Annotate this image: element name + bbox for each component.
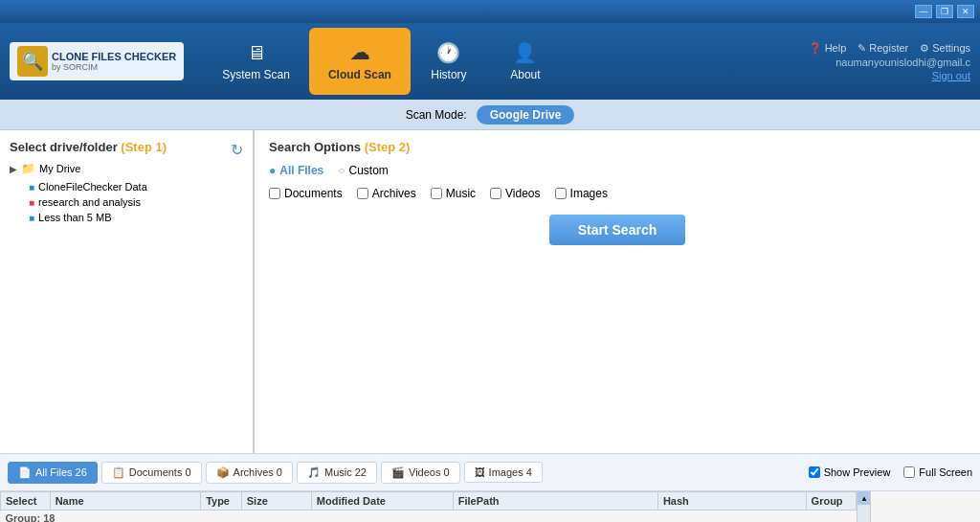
title-bar: — ❐ ✕ (0, 0, 980, 23)
logo-top: 🔍 CLONE FILES CHECKER by SORCIM (17, 46, 176, 77)
close-button[interactable]: ✕ (957, 5, 974, 18)
tree-item-1[interactable]: ■ CloneFileChecker Data (10, 179, 243, 194)
col-header-filepath: FilePath (453, 492, 657, 511)
show-preview-label: Show Preview (824, 466, 891, 478)
tab-cloud-scan[interactable]: ☁ Cloud Scan (309, 28, 411, 95)
tab-documents[interactable]: 📋 Documents 0 (101, 462, 202, 484)
full-screen-checkbox[interactable] (903, 466, 915, 478)
group-label-18: Group: 18 (1, 511, 857, 523)
custom-label: Custom (349, 164, 389, 177)
folder-icon-3: ■ (29, 213, 34, 223)
system-scan-icon: 🖥 (247, 42, 266, 64)
help-action[interactable]: ❓ Help (809, 42, 847, 55)
cloud-scan-label: Cloud Scan (328, 68, 391, 81)
google-drive-button[interactable]: Google Drive (477, 105, 575, 125)
tab-images[interactable]: 🖼 Images 4 (464, 462, 543, 483)
scroll-track[interactable]: ▲ ▼ (857, 491, 870, 522)
archives-checkbox[interactable] (357, 188, 368, 199)
all-files-radio[interactable]: ● All Files (269, 164, 323, 177)
folder-icon-1: ■ (29, 182, 34, 193)
search-options-label: Search Options (269, 140, 361, 154)
documents-checkbox[interactable] (269, 188, 280, 199)
images-checkbox-item[interactable]: Images (555, 187, 608, 200)
radio-selected-icon: ● (269, 164, 276, 177)
refresh-button[interactable]: ↻ (231, 141, 243, 159)
show-preview-checkbox[interactable] (809, 466, 820, 478)
help-icon: ❓ (809, 42, 822, 55)
scan-mode-label: Scan Mode: (406, 108, 467, 122)
all-files-label: All Files (279, 164, 323, 177)
restore-button[interactable]: ❐ (936, 5, 953, 18)
logo-area: 🔍 CLONE FILES CHECKER by SORCIM (10, 42, 184, 80)
archives-checkbox-item[interactable]: Archives (357, 187, 416, 200)
tab-archives[interactable]: 📦 Archives 0 (206, 462, 293, 484)
scroll-up-button[interactable]: ▲ (858, 491, 871, 505)
header: 🔍 CLONE FILES CHECKER by SORCIM 🖥 System… (0, 23, 980, 100)
results-area: Select Name Type Size Modified Date File… (0, 491, 980, 522)
results-table: Select Name Type Size Modified Date File… (0, 491, 857, 522)
select-folder-title: Select drive/folder (10, 140, 118, 154)
tab-system-scan[interactable]: 🖥 System Scan (203, 28, 309, 95)
documents-checkbox-item[interactable]: Documents (269, 187, 343, 200)
register-icon: ✎ (858, 42, 866, 55)
tab-music[interactable]: 🎵 Music 22 (297, 462, 377, 484)
col-header-group: Group (806, 492, 856, 511)
tree-item-3[interactable]: ■ Less than 5 MB (10, 210, 243, 225)
window-controls[interactable]: — ❐ ✕ (915, 5, 974, 18)
tree-item-2[interactable]: ■ research and analysis (10, 194, 243, 210)
history-icon: 🕐 (436, 41, 460, 64)
videos-checkbox[interactable] (490, 188, 501, 199)
nav-tabs: 🖥 System Scan ☁ Cloud Scan 🕐 History 👤 A… (203, 28, 808, 95)
table-scroll[interactable]: Select Name Type Size Modified Date File… (0, 491, 857, 522)
show-preview-toggle[interactable]: Show Preview (809, 466, 891, 478)
tree-root[interactable]: ▶ 📁 My Drive (10, 162, 243, 175)
tree-expand-icon: ▶ (10, 164, 17, 174)
cloud-scan-icon: ☁ (350, 41, 369, 64)
start-search-button[interactable]: Start Search (549, 215, 685, 245)
custom-radio[interactable]: ○ Custom (338, 164, 389, 177)
header-right: ❓ Help ✎ Register ⚙ Settings naumanyouni… (809, 42, 970, 81)
tab-about[interactable]: 👤 About (487, 28, 564, 95)
drive-label: My Drive (39, 163, 80, 174)
archives-label: Archives (372, 187, 416, 200)
videos-label: Videos (505, 187, 540, 200)
sign-out-link[interactable]: Sign out (932, 70, 970, 81)
settings-action[interactable]: ⚙ Settings (920, 42, 970, 55)
minimize-button[interactable]: — (915, 5, 932, 18)
right-panel: Search Options (Step 2) ● All Files ○ Cu… (255, 130, 980, 453)
music-checkbox-item[interactable]: Music (431, 187, 476, 200)
music-checkbox[interactable] (431, 188, 442, 199)
all-files-tab-icon: 📄 (18, 466, 32, 479)
documents-tab-label: Documents 0 (129, 466, 191, 478)
col-header-size: Size (241, 492, 311, 511)
folder-tree: ▶ 📁 My Drive ■ CloneFileChecker Data ■ r… (10, 162, 243, 225)
tab-videos[interactable]: 🎬 Videos 0 (381, 462, 460, 484)
drive-icon: 📁 (21, 162, 35, 175)
images-label: Images (570, 187, 608, 200)
register-action[interactable]: ✎ Register (858, 42, 908, 55)
videos-checkbox-item[interactable]: Videos (490, 187, 540, 200)
settings-icon: ⚙ (920, 42, 929, 55)
system-scan-label: System Scan (222, 68, 290, 81)
about-label: About (510, 68, 540, 81)
tree-item-label-2: research and analysis (38, 196, 141, 208)
col-header-type: Type (201, 492, 242, 511)
col-header-name: Name (50, 492, 200, 511)
app-name: CLONE FILES CHECKER (52, 51, 176, 62)
step2-label: (Step 2) (365, 140, 411, 154)
archives-tab-icon: 📦 (216, 466, 230, 479)
help-label: Help (825, 42, 847, 54)
history-label: History (431, 68, 466, 81)
settings-label: Settings (932, 42, 970, 54)
tab-all-files[interactable]: 📄 All Files 26 (8, 462, 98, 484)
videos-tab-icon: 🎬 (391, 466, 405, 479)
music-label: Music (446, 187, 476, 200)
table-header-row: Select Name Type Size Modified Date File… (1, 492, 857, 511)
archives-tab-label: Archives 0 (234, 466, 282, 478)
tab-history[interactable]: 🕐 History (411, 28, 487, 95)
full-screen-label: Full Screen (919, 466, 972, 478)
results-tabs: 📄 All Files 26 📋 Documents 0 📦 Archives … (0, 453, 980, 491)
step1-label: (Step 1) (121, 140, 167, 154)
images-checkbox[interactable] (555, 188, 567, 199)
full-screen-toggle[interactable]: Full Screen (903, 466, 972, 478)
